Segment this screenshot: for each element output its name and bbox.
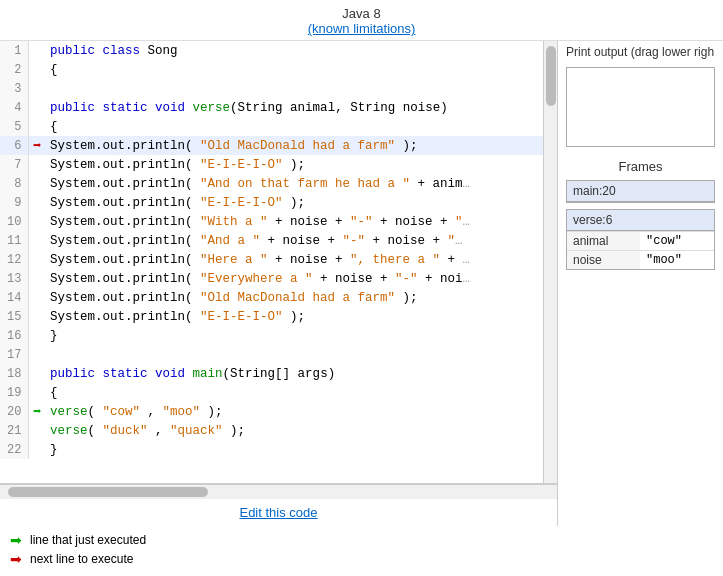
execution-arrow: [28, 345, 46, 364]
execution-arrow: [28, 288, 46, 307]
code-line: {: [46, 60, 543, 79]
hscroll-thumb[interactable]: [8, 487, 208, 497]
var-name: animal: [567, 232, 640, 251]
legend-red-item: ➡ next line to execute: [10, 551, 713, 567]
var-name: noise: [567, 251, 640, 270]
code-line: }: [46, 326, 543, 345]
execution-arrow: [28, 364, 46, 383]
legend: ➡ line that just executed ➡ next line to…: [0, 526, 723, 576]
code-line: System.out.println( "Everywhere a " + no…: [46, 269, 543, 288]
table-row: 20➡ verse( "cow" , "moo" );: [0, 402, 543, 421]
frame-var-row: animal"cow": [567, 232, 714, 251]
execution-arrow: [28, 421, 46, 440]
execution-arrow: [28, 155, 46, 174]
code-line: System.out.println( "With a " + noise + …: [46, 212, 543, 231]
legend-red-arrow: ➡: [10, 551, 26, 567]
code-line: System.out.println( "And on that farm he…: [46, 174, 543, 193]
frame-var-row: noise"moo": [567, 251, 714, 270]
top-bar: Java 8 (known limitations): [0, 0, 723, 41]
code-line: {: [46, 383, 543, 402]
table-row: 11 System.out.println( "And a " + noise …: [0, 231, 543, 250]
code-panel: 1public class Song2{34 public static voi…: [0, 41, 558, 526]
main-frame-box: main:20: [566, 180, 715, 203]
table-row: 8 System.out.println( "And on that farm …: [0, 174, 543, 193]
execution-arrow: [28, 326, 46, 345]
line-number: 17: [0, 345, 28, 364]
content-area: 1public class Song2{34 public static voi…: [0, 41, 723, 526]
known-limitations-link[interactable]: (known limitations): [308, 21, 416, 36]
code-line: System.out.println( "And a " + noise + "…: [46, 231, 543, 250]
legend-red-label: next line to execute: [30, 552, 133, 566]
table-row: 12 System.out.println( "Here a " + noise…: [0, 250, 543, 269]
line-number: 6: [0, 136, 28, 155]
code-scroll-wrapper: 1public class Song2{34 public static voi…: [0, 41, 557, 483]
code-line: public static void main(String[] args): [46, 364, 543, 383]
table-row: 7 System.out.println( "E-I-E-I-O" );: [0, 155, 543, 174]
red-arrow-icon: ➡: [33, 138, 41, 154]
code-table: 1public class Song2{34 public static voi…: [0, 41, 543, 459]
table-row: 3: [0, 79, 543, 98]
verse-frame-box: verse:6 animal"cow"noise"moo": [566, 209, 715, 270]
vscroll-thumb[interactable]: [546, 46, 556, 106]
table-row: 16 }: [0, 326, 543, 345]
line-number: 7: [0, 155, 28, 174]
line-number: 21: [0, 421, 28, 440]
edit-code-link[interactable]: Edit this code: [239, 505, 317, 520]
line-number: 1: [0, 41, 28, 60]
code-line: System.out.println( "Old MacDonald had a…: [46, 288, 543, 307]
execution-arrow: [28, 79, 46, 98]
table-row: 21 verse( "duck" , "quack" );: [0, 421, 543, 440]
code-line: System.out.println( "Old MacDonald had a…: [46, 136, 543, 155]
line-number: 12: [0, 250, 28, 269]
execution-arrow: [28, 250, 46, 269]
table-row: 1public class Song: [0, 41, 543, 60]
frame-vars-table: animal"cow"noise"moo": [567, 231, 714, 269]
execution-arrow: [28, 269, 46, 288]
legend-green-label: line that just executed: [30, 533, 146, 547]
frames-label: Frames: [558, 153, 723, 180]
bottom-area: Edit this code: [0, 483, 557, 526]
table-row: 4 public static void verse(String animal…: [0, 98, 543, 117]
var-value: "moo": [640, 251, 714, 270]
execution-arrow: [28, 307, 46, 326]
code-line: [46, 79, 543, 98]
execution-arrow: [28, 212, 46, 231]
legend-green-item: ➡ line that just executed: [10, 532, 713, 548]
green-arrow-icon: ➡: [33, 404, 41, 420]
code-scroll-area[interactable]: 1public class Song2{34 public static voi…: [0, 41, 543, 483]
legend-green-arrow: ➡: [10, 532, 26, 548]
print-output-box: [566, 67, 715, 147]
table-row: 14 System.out.println( "Old MacDonald ha…: [0, 288, 543, 307]
line-number: 20: [0, 402, 28, 421]
table-row: 6➡ System.out.println( "Old MacDonald ha…: [0, 136, 543, 155]
code-line: verse( "cow" , "moo" );: [46, 402, 543, 421]
line-number: 15: [0, 307, 28, 326]
code-line: {: [46, 117, 543, 136]
horizontal-scrollbar[interactable]: [0, 484, 557, 498]
execution-arrow: [28, 383, 46, 402]
code-line: public static void verse(String animal, …: [46, 98, 543, 117]
table-row: 19 {: [0, 383, 543, 402]
table-row: 2{: [0, 60, 543, 79]
line-number: 14: [0, 288, 28, 307]
line-number: 4: [0, 98, 28, 117]
code-line: System.out.println( "E-I-E-I-O" );: [46, 155, 543, 174]
vertical-scrollbar[interactable]: [543, 41, 557, 483]
var-value: "cow": [640, 232, 714, 251]
line-number: 18: [0, 364, 28, 383]
execution-arrow: [28, 41, 46, 60]
line-number: 8: [0, 174, 28, 193]
table-row: 15 System.out.println( "E-I-E-I-O" );: [0, 307, 543, 326]
table-row: 9 System.out.println( "E-I-E-I-O" );: [0, 193, 543, 212]
code-line: System.out.println( "E-I-E-I-O" );: [46, 307, 543, 326]
execution-arrow: [28, 174, 46, 193]
line-number: 3: [0, 79, 28, 98]
execution-arrow: [28, 231, 46, 250]
execution-arrow: ➡: [28, 136, 46, 155]
language-title: Java 8: [342, 6, 380, 21]
execution-arrow: [28, 440, 46, 459]
code-line: public class Song: [46, 41, 543, 60]
table-row: 10 System.out.println( "With a " + noise…: [0, 212, 543, 231]
execution-arrow: [28, 60, 46, 79]
edit-link-bar: Edit this code: [0, 498, 557, 526]
